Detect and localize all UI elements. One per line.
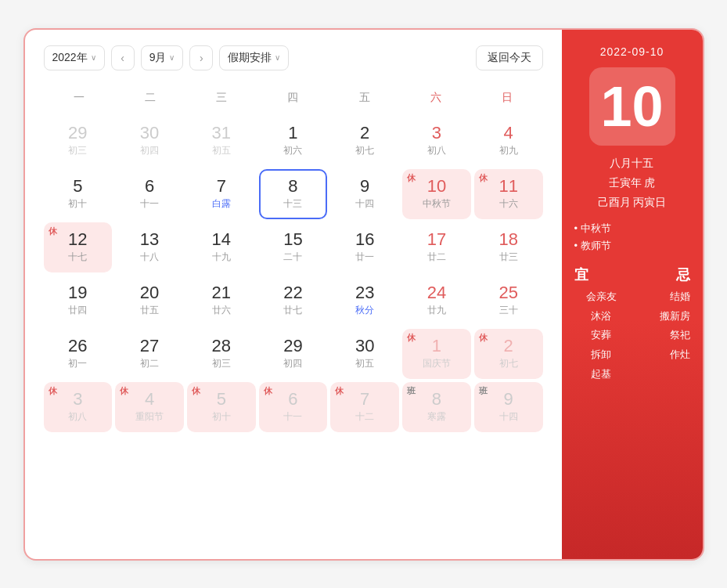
day-cell[interactable]: 24廿九 [402, 276, 471, 326]
lunar-label: 初四 [283, 357, 302, 370]
day-cell[interactable]: 19廿四 [44, 276, 113, 326]
day-number: 30 [355, 337, 374, 355]
day-cell[interactable]: 7白露 [187, 169, 256, 219]
day-number: 10 [427, 177, 446, 196]
day-cell[interactable]: 21廿六 [187, 276, 256, 326]
day-cell[interactable]: 30初四 [115, 116, 184, 166]
month-select[interactable]: 9月 ∨ [141, 45, 184, 70]
day-number: 5 [73, 177, 82, 196]
day-cell[interactable]: 休1国庆节 [402, 329, 471, 379]
lunar-line2: 壬寅年 虎 [598, 173, 667, 193]
day-cell[interactable]: 22廿七 [259, 276, 328, 326]
day-cell[interactable]: 28初三 [187, 329, 256, 379]
day-cell[interactable]: 8十三 [259, 169, 328, 219]
lunar-label: 廿三 [499, 251, 518, 264]
day-number: 29 [283, 337, 302, 355]
day-cell[interactable]: 29初三 [44, 116, 113, 166]
calendar-header: 2022年 ∨ ‹ 9月 ∨ › 假期安排 ∨ 返回今天 [44, 45, 543, 70]
lunar-label: 初十 [212, 410, 231, 424]
day-number: 12 [68, 230, 87, 249]
lunar-label: 廿二 [427, 251, 446, 264]
weekday-mon: 一 [44, 86, 115, 110]
day-number: 16 [355, 230, 374, 249]
day-cell[interactable]: 休2初七 [474, 329, 543, 379]
year-select[interactable]: 2022年 ∨ [44, 45, 105, 70]
holiday-badge: 休 [479, 172, 488, 184]
lunar-label: 初八 [427, 144, 446, 157]
lunar-label: 十二 [355, 410, 374, 424]
day-number: 6 [145, 177, 154, 196]
lunar-line3: 己酉月 丙寅日 [598, 193, 667, 212]
day-cell[interactable]: 4初九 [474, 116, 543, 166]
prev-month-btn[interactable]: ‹ [111, 45, 135, 70]
day-number: 6 [288, 390, 297, 409]
yi-column: 宜 会亲友 沐浴 安葬 拆卸 起基 [574, 265, 628, 384]
day-number: 18 [498, 230, 517, 249]
day-cell[interactable]: 休6十一 [259, 382, 328, 432]
ji-column: 忌 结婚 搬新房 祭祀 作灶 [636, 265, 690, 384]
day-cell[interactable]: 6十一 [115, 169, 184, 219]
day-cell[interactable]: 3初八 [402, 116, 471, 166]
day-cell[interactable]: 26初一 [44, 329, 113, 379]
day-cell[interactable]: 15二十 [259, 222, 328, 272]
day-number: 31 [212, 124, 231, 142]
big-day-card: 10 [589, 67, 675, 146]
day-number: 26 [68, 337, 87, 355]
lunar-label: 初八 [68, 410, 87, 424]
day-number: 30 [140, 124, 159, 142]
lunar-line1: 八月十五 [598, 153, 667, 173]
holiday-select[interactable]: 假期安排 ∨ [219, 45, 289, 70]
day-cell[interactable]: 休5初十 [187, 382, 256, 432]
day-cell[interactable]: 13十八 [115, 222, 184, 272]
day-cell[interactable]: 班8寒露 [402, 382, 471, 432]
day-number: 2 [504, 337, 513, 355]
day-number: 29 [68, 124, 87, 142]
day-cell[interactable]: 休4重阳节 [115, 382, 184, 432]
day-cell[interactable]: 休12十七 [44, 222, 113, 272]
day-cell[interactable]: 休3初八 [44, 382, 113, 432]
next-month-btn[interactable]: › [189, 45, 213, 70]
lunar-label: 十一 [140, 197, 159, 211]
day-cell[interactable]: 1初六 [259, 116, 328, 166]
lunar-label: 初九 [499, 144, 518, 157]
holiday-badge: 休 [192, 385, 200, 397]
day-number: 3 [432, 124, 441, 142]
day-cell[interactable]: 30初五 [330, 329, 399, 379]
lunar-label: 十一 [283, 410, 302, 424]
day-cell[interactable]: 25三十 [474, 276, 543, 326]
day-cell[interactable]: 14十九 [187, 222, 256, 272]
yi-ji-section: 宜 会亲友 沐浴 安葬 拆卸 起基 忌 结婚 搬新房 祭祀 作灶 [574, 265, 690, 384]
day-cell[interactable]: 23秋分 [330, 276, 399, 326]
day-cell[interactable]: 班9十四 [474, 382, 543, 432]
day-cell[interactable]: 29初四 [259, 329, 328, 379]
day-cell[interactable]: 休11十六 [474, 169, 543, 219]
day-cell[interactable]: 18廿三 [474, 222, 543, 272]
weekday-sat: 六 [400, 86, 471, 110]
day-number: 7 [360, 390, 369, 409]
big-day-number: 10 [600, 78, 663, 135]
day-cell[interactable]: 2初七 [330, 116, 399, 166]
day-number: 21 [212, 283, 231, 302]
day-number: 1 [432, 337, 441, 355]
holiday-badge: 休 [49, 385, 57, 397]
day-cell[interactable]: 16廿一 [330, 222, 399, 272]
day-number: 20 [140, 283, 159, 302]
day-cell[interactable]: 9十四 [330, 169, 399, 219]
day-cell[interactable]: 休10中秋节 [402, 169, 471, 219]
day-cell[interactable]: 31初五 [187, 116, 256, 166]
return-today-label: 返回今天 [488, 51, 531, 63]
yi-item-2: 沐浴 [574, 307, 628, 326]
day-cell[interactable]: 17廿二 [402, 222, 471, 272]
day-cell[interactable]: 27初二 [115, 329, 184, 379]
lunar-label: 初二 [140, 357, 159, 370]
day-cell[interactable]: 20廿五 [115, 276, 184, 326]
holiday-badge: 休 [335, 385, 344, 397]
calendar-container: 2022年 ∨ ‹ 9月 ∨ › 假期安排 ∨ 返回今天 一 二 三 四 五 [23, 28, 704, 561]
day-cell[interactable]: 休7十二 [330, 382, 399, 432]
return-today-btn[interactable]: 返回今天 [476, 45, 543, 70]
lunar-label: 初三 [68, 144, 87, 157]
day-cell[interactable]: 5初十 [44, 169, 113, 219]
holiday-badge: 休 [120, 385, 128, 397]
lunar-label: 初一 [68, 357, 87, 370]
holiday-badge: 休 [407, 172, 416, 184]
